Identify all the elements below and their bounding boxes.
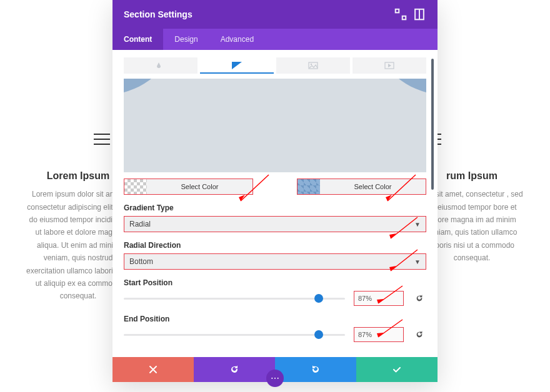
background-subtabs (124, 57, 426, 74)
cancel-button[interactable] (112, 357, 194, 382)
color-picker-1[interactable]: Select Color (124, 179, 253, 195)
subtab-color[interactable] (124, 57, 198, 74)
redo-button[interactable] (275, 357, 356, 382)
swatch-blue (298, 179, 320, 194)
modal-body: Select Color Select Color Gradient Type … (112, 50, 438, 357)
subtab-image[interactable] (276, 57, 350, 74)
section-settings-modal: Section Settings Content Design Advanced (112, 0, 438, 382)
save-button[interactable] (356, 357, 438, 382)
svg-point-7 (311, 64, 312, 65)
chevron-down-icon: ▼ (414, 258, 421, 265)
start-position-input[interactable]: 87% (354, 291, 404, 306)
gradient-type-value: Radial (129, 220, 151, 228)
slider-thumb[interactable] (314, 330, 323, 339)
svg-marker-13 (386, 195, 392, 201)
color-picker-2[interactable]: Select Color (297, 179, 426, 195)
tab-advanced[interactable]: Advanced (209, 29, 265, 50)
expand-icon[interactable] (394, 7, 408, 21)
color-picker-2-label: Select Color (320, 179, 426, 194)
gradient-type-select[interactable]: Radial ▼ (124, 216, 426, 232)
swatch-transparent (124, 179, 147, 194)
slider-thumb[interactable] (314, 294, 323, 303)
svg-marker-11 (239, 195, 245, 201)
end-position-label: End Position (124, 315, 426, 323)
color-picker-1-label: Select Color (147, 179, 252, 194)
modal-header: Section Settings (112, 0, 438, 29)
reset-icon[interactable] (412, 292, 426, 305)
modal-title: Section Settings (124, 9, 389, 19)
tab-design[interactable]: Design (163, 29, 209, 50)
svg-rect-1 (402, 16, 406, 20)
subtab-gradient[interactable] (200, 57, 274, 74)
hamburger-icon[interactable] (94, 134, 110, 145)
gradient-type-label: Gradient Type (124, 203, 426, 212)
chevron-down-icon: ▼ (414, 221, 421, 228)
modal-tabs: Content Design Advanced (112, 29, 438, 50)
more-fab[interactable]: ⋯ (266, 370, 284, 387)
svg-rect-0 (396, 9, 399, 13)
svg-marker-15 (389, 233, 396, 238)
reset-icon[interactable] (412, 328, 426, 341)
start-position-slider[interactable] (124, 298, 345, 300)
gradient-preview (124, 79, 426, 172)
tab-content[interactable]: Content (112, 29, 163, 50)
subtab-video[interactable] (352, 57, 426, 74)
radial-direction-label: Radial Direction (124, 241, 426, 250)
end-position-input[interactable]: 87% (354, 327, 404, 342)
svg-marker-9 (388, 64, 391, 67)
radial-direction-select[interactable]: Bottom ▼ (124, 253, 426, 270)
radial-direction-value: Bottom (129, 257, 153, 266)
snap-icon[interactable] (412, 7, 426, 21)
undo-button[interactable] (194, 357, 275, 382)
scrollbar[interactable] (431, 59, 434, 190)
start-position-label: Start Position (124, 278, 426, 287)
end-position-slider[interactable] (124, 334, 345, 336)
